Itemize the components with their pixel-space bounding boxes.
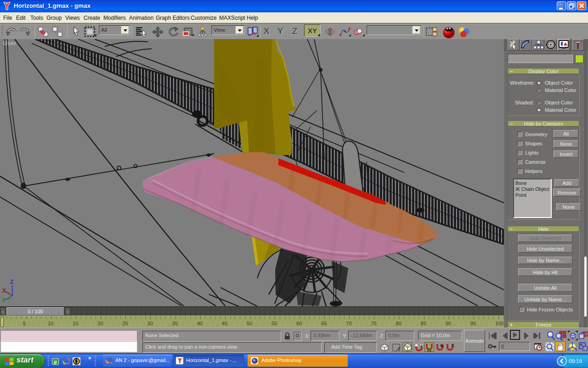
svg-text:%: % bbox=[440, 344, 444, 348]
svg-text:X: X bbox=[2, 288, 6, 294]
svg-text:Y: Y bbox=[2, 297, 6, 304]
svg-text:3: 3 bbox=[420, 344, 423, 348]
svg-text:Z: Z bbox=[10, 279, 13, 285]
